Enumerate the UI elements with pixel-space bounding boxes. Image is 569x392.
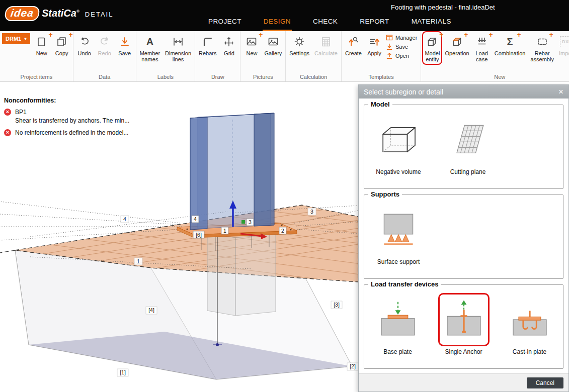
template-open-item[interactable]: Open xyxy=(386,52,417,59)
member-names-button[interactable]: A Membernames xyxy=(137,31,162,65)
new-project-item-button[interactable]: + New xyxy=(32,31,52,58)
main-menu: PROJECT DESIGN CHECK REPORT MATERIALS xyxy=(207,15,452,31)
redo-icon xyxy=(97,34,112,49)
nonconformity-item-reinforcement[interactable]: × No reinforcement is defined in the mod… xyxy=(4,129,170,136)
ribbon-group-labels: A Membernames Dimensionlines Labels xyxy=(136,31,195,81)
redo-button[interactable]: Redo xyxy=(95,31,115,58)
negative-volume-icon xyxy=(373,113,424,166)
idea-logo: idea xyxy=(4,6,40,21)
green-marker xyxy=(241,220,245,224)
plus-icon: + xyxy=(439,31,443,38)
create-template-button[interactable]: Create xyxy=(343,31,364,58)
ribbon-group-data: Undo Redo Save Data xyxy=(73,31,136,81)
manager-icon xyxy=(386,34,393,41)
template-save-item[interactable]: Save xyxy=(386,43,417,50)
svg-text:4: 4 xyxy=(123,216,126,222)
dimension-lines-icon xyxy=(171,34,186,49)
rebar-assembly-icon: + xyxy=(535,34,550,49)
tab-check[interactable]: CHECK xyxy=(312,15,339,31)
tab-materials[interactable]: MATERIALS xyxy=(411,15,452,31)
gallery-button[interactable]: Gallery xyxy=(262,31,284,58)
drm-dropdown[interactable]: DRM1▾ xyxy=(2,33,30,44)
combination-button[interactable]: Σ + Combination xyxy=(492,31,528,58)
cancel-button[interactable]: Cancel xyxy=(527,377,563,388)
base-plate-icon xyxy=(372,293,424,346)
svg-text:1: 1 xyxy=(223,228,226,234)
model-entity-button[interactable]: + Modelentity xyxy=(422,31,442,65)
document-title: Footing with pedestal - final.ideaDet xyxy=(391,4,495,11)
error-icon: × xyxy=(4,109,11,116)
app-name: DETAIL xyxy=(85,11,114,18)
undo-button[interactable]: Undo xyxy=(74,31,95,58)
picture-icon: + xyxy=(244,34,259,49)
group-label: Calculation xyxy=(287,73,340,81)
dxf-import-button[interactable]: DXF + Import xyxy=(556,31,569,58)
single-anchor-icon xyxy=(438,293,490,346)
tab-project[interactable]: PROJECT xyxy=(207,15,242,31)
calculator-icon xyxy=(318,34,334,49)
nonconformities-panel: Nonconformities: × BP1 Shear is transfer… xyxy=(4,97,170,138)
tile-negative-volume[interactable]: Negative volume xyxy=(369,113,428,175)
tab-report[interactable]: REPORT xyxy=(359,15,390,31)
close-icon[interactable]: × xyxy=(558,87,563,96)
surface-support-icon xyxy=(373,203,424,256)
create-template-icon xyxy=(346,34,361,49)
grid-button[interactable]: Grid xyxy=(219,31,239,58)
load-case-icon: + xyxy=(474,34,490,49)
tab-design[interactable]: DESIGN xyxy=(263,15,292,31)
template-actions-column: Manager Save Open xyxy=(384,31,420,59)
svg-text:3: 3 xyxy=(310,209,313,215)
ribbon-group-calculation: Settings Calculate Calculation xyxy=(286,31,342,81)
tile-cast-in-plate[interactable]: Cast-in plate xyxy=(501,293,558,355)
tile-base-plate[interactable]: Base plate xyxy=(369,293,426,355)
svg-text:[4]: [4] xyxy=(148,307,154,313)
operation-icon: + xyxy=(450,34,465,49)
ribbon-group-project-items: DRM1▾ + New + Copy Project i xyxy=(0,31,73,81)
tile-single-anchor[interactable]: Single Anchor xyxy=(435,293,492,355)
gear-icon xyxy=(292,34,307,49)
ribbon-group-pictures: + New Gallery Pictures xyxy=(240,31,286,81)
group-label: Templates xyxy=(343,73,420,81)
new-picture-button[interactable]: + New xyxy=(241,31,262,58)
plus-icon: + xyxy=(69,31,73,38)
group-label: Pictures xyxy=(241,73,284,81)
error-icon: × xyxy=(4,129,11,136)
save-button[interactable]: Save xyxy=(115,31,135,58)
tile-surface-support[interactable]: Surface support xyxy=(369,203,428,265)
settings-button[interactable]: Settings xyxy=(287,31,312,58)
title-bar: idea StatiCa® DETAIL Footing with pedest… xyxy=(0,0,569,31)
plus-icon: + xyxy=(464,31,468,38)
group-load-transfer-devices: Load transfer devices Base plate xyxy=(364,284,563,369)
dialog-footer: Cancel xyxy=(359,373,568,391)
group-model: Model xyxy=(364,105,563,189)
open-template-icon xyxy=(386,52,393,59)
svg-text:4: 4 xyxy=(194,216,197,222)
grid-icon xyxy=(221,34,236,49)
svg-text:[1]: [1] xyxy=(120,369,126,375)
app-window: idea StatiCa® DETAIL Footing with pedest… xyxy=(0,0,569,392)
template-manager-item[interactable]: Manager xyxy=(386,34,417,41)
dimension-lines-button[interactable]: Dimensionlines xyxy=(162,31,194,65)
rebar-assembly-button[interactable]: + Rebarassembly xyxy=(528,31,556,65)
svg-text:[6]: [6] xyxy=(196,232,202,238)
nonconformity-item-bp1[interactable]: × BP1 xyxy=(4,109,170,116)
plus-icon: + xyxy=(549,31,553,38)
group-label: Labels xyxy=(137,73,194,81)
statica-logo: StatiCa® xyxy=(42,8,79,19)
dialog-header: Select subregion or detail × xyxy=(359,85,568,99)
app-brand: idea StatiCa® DETAIL xyxy=(5,6,113,21)
group-label: New xyxy=(422,73,569,81)
load-case-button[interactable]: + Loadcase xyxy=(472,31,492,65)
rebars-button[interactable]: Rebars xyxy=(196,31,219,58)
model-entity-icon: + xyxy=(425,34,440,49)
tile-cutting-plane[interactable]: Cutting plane xyxy=(439,113,497,175)
rebar-icon xyxy=(200,34,215,49)
calculate-button[interactable]: Calculate xyxy=(312,31,340,58)
operation-button[interactable]: + Operation xyxy=(442,31,471,58)
apply-template-button[interactable]: Apply xyxy=(364,31,384,58)
ribbon-group-templates: Create Apply Manager Save xyxy=(342,31,421,81)
dialog-title: Select subregion or detail xyxy=(364,88,443,96)
group-label: Data xyxy=(74,73,135,81)
copy-button[interactable]: + Copy xyxy=(52,31,72,58)
letter-a-icon: A xyxy=(142,34,157,49)
